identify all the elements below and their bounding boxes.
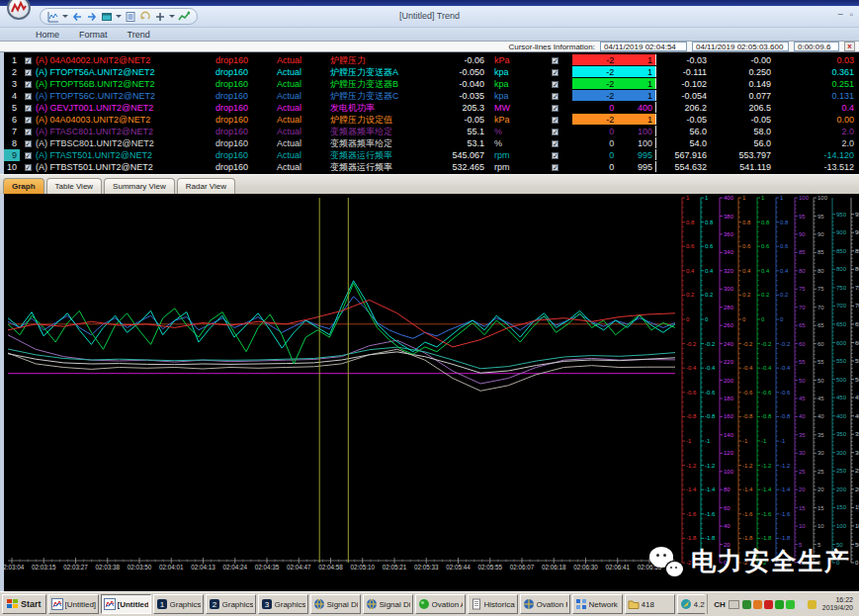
ribbon-tab-format[interactable]: Format bbox=[79, 30, 108, 40]
pen-visible-checkbox[interactable]: ✓ bbox=[20, 126, 36, 137]
minimize-button[interactable]: − bbox=[838, 9, 844, 20]
axis-tick-label: 25 bbox=[817, 469, 824, 475]
scale-range[interactable]: 0400 bbox=[572, 102, 656, 113]
axis-freq-running-b: 9509008508007507006506005505004504003503… bbox=[851, 198, 859, 566]
tab-graph[interactable]: Graph bbox=[3, 178, 44, 194]
tray-icon-volume[interactable] bbox=[753, 600, 762, 609]
pen-visible-checkbox[interactable]: ✓ bbox=[20, 66, 36, 78]
axis-tick-label: 250 bbox=[836, 468, 847, 474]
tab-summary-view[interactable]: Summary View bbox=[104, 178, 175, 194]
taskbar-button[interactable]: Ovation Alar... bbox=[415, 594, 466, 614]
taskbar-button[interactable]: 4.2负压调... bbox=[677, 594, 706, 614]
tray-icon-flag[interactable] bbox=[797, 600, 806, 609]
axis-tick-label: 240 bbox=[724, 341, 734, 347]
table-row[interactable]: 4✓(A) FTOPT56C.UNIT2@NET2drop160Actual炉膛… bbox=[4, 90, 859, 102]
scale-range[interactable]: 0100 bbox=[572, 137, 656, 148]
tray-icon-network[interactable] bbox=[775, 600, 784, 609]
taskbar-button[interactable]: Signal Diagra... bbox=[363, 594, 413, 614]
table-row[interactable]: 10✓(A) FTBST501.UNIT2@NET2drop160Actual变… bbox=[4, 161, 859, 173]
ribbon-tab-home[interactable]: Home bbox=[36, 30, 59, 40]
pen-visible-checkbox[interactable]: ✓ bbox=[20, 149, 36, 161]
scale-range[interactable]: -21 bbox=[572, 90, 656, 101]
tab-table-view[interactable]: Table View bbox=[46, 178, 103, 194]
tray-icon-status[interactable] bbox=[786, 600, 795, 609]
table-row[interactable]: 2✓(A) FTOPT56A.UNIT2@NET2drop160Actual炉膛… bbox=[4, 66, 859, 78]
taskbar-button[interactable]: Network and... bbox=[572, 594, 623, 614]
language-indicator[interactable]: CH bbox=[714, 600, 726, 609]
axis-tick-label: 150 bbox=[836, 504, 847, 510]
taskbar-button[interactable]: Ovation Poin... bbox=[520, 594, 570, 614]
restore-button[interactable]: ▫ bbox=[849, 9, 853, 20]
scale-range[interactable]: -21 bbox=[572, 66, 656, 77]
table-row[interactable]: 8✓(A) FTBSC801.UNIT2@NET2drop160Actual变频… bbox=[4, 137, 859, 149]
cursor1-value: -0.05 bbox=[656, 114, 711, 126]
window-title: [Untitled] Trend bbox=[0, 11, 859, 21]
table-row[interactable]: 9✓(A) FTAST501.UNIT2@NET2drop160Actual变频… bbox=[4, 149, 859, 161]
table-row[interactable]: 6✓(A) 04A04003.UNIT2@NET2drop160Actual炉膛… bbox=[4, 114, 859, 126]
scale-checkbox[interactable]: ✓ bbox=[538, 114, 572, 126]
pen-visible-checkbox[interactable]: ✓ bbox=[20, 102, 36, 114]
tag-name: (A) FTBST501.UNIT2@NET2 bbox=[36, 161, 204, 173]
drop-name: drop160 bbox=[204, 102, 263, 114]
scale-checkbox[interactable]: ✓ bbox=[538, 161, 572, 173]
axis-tick-label: 300 bbox=[724, 286, 734, 292]
scale-range[interactable]: 0100 bbox=[572, 126, 656, 136]
keyboard-icon[interactable] bbox=[729, 600, 739, 609]
tab-radar-view[interactable]: Radar View bbox=[177, 178, 235, 194]
units-label: kPa bbox=[490, 114, 538, 126]
series-transmitter-a bbox=[8, 281, 675, 352]
scale-checkbox[interactable]: ✓ bbox=[538, 90, 572, 102]
scale-range[interactable]: -21 bbox=[572, 54, 656, 65]
pen-visible-checkbox[interactable]: ✓ bbox=[20, 137, 36, 149]
scale-checkbox[interactable]: ✓ bbox=[538, 78, 572, 90]
pen-visible-checkbox[interactable]: ✓ bbox=[20, 78, 36, 90]
axis-tick-label: 400 bbox=[855, 413, 859, 419]
row-number: 6 bbox=[4, 114, 20, 126]
tray-icon-vpn[interactable] bbox=[742, 600, 751, 609]
trend-plot[interactable]: 02:03:0402:03:1502:03:2702:03:3802:03:50… bbox=[4, 194, 859, 591]
scale-checkbox[interactable]: ✓ bbox=[538, 137, 572, 149]
scale-checkbox[interactable]: ✓ bbox=[538, 102, 572, 114]
row-number: 8 bbox=[4, 137, 20, 149]
taskbar-button[interactable]: 2Graphics - -... bbox=[206, 594, 256, 614]
scale-range[interactable]: -21 bbox=[572, 114, 656, 125]
taskbar-button[interactable]: Historical Re... bbox=[468, 594, 518, 614]
taskbar-button[interactable]: [Untitled] Tr... bbox=[48, 594, 99, 614]
scale-checkbox[interactable]: ✓ bbox=[538, 66, 572, 78]
scale-range[interactable]: -21 bbox=[572, 78, 656, 89]
table-row[interactable]: 1✓(A) 04A04002.UNIT2@NET2drop160Actual炉膛… bbox=[4, 54, 859, 66]
taskbar-button[interactable]: 418 bbox=[625, 594, 675, 614]
pen-visible-checkbox[interactable]: ✓ bbox=[20, 114, 36, 126]
close-cursor-info-icon[interactable]: x bbox=[844, 42, 855, 51]
pen-visible-checkbox[interactable]: ✓ bbox=[20, 161, 36, 173]
scale-range[interactable]: 0995 bbox=[572, 161, 656, 172]
cursor2-value: 0.250 bbox=[711, 66, 775, 78]
axis-freq-setpoint-b: 1009590858075706560555045403530252015105… bbox=[814, 195, 828, 566]
taskbar-button[interactable]: Signal Diagra... bbox=[310, 594, 361, 614]
taskbar-button[interactable]: 3Graphics - -... bbox=[258, 594, 308, 614]
axis-tick-label: 75 bbox=[817, 286, 824, 292]
start-button[interactable]: Start bbox=[2, 594, 46, 614]
tray-icon-alert[interactable] bbox=[764, 600, 773, 609]
table-row[interactable]: 5✓(A) GEVJT001.UNIT2@NET2drop160Actual发电… bbox=[4, 102, 859, 114]
scale-checkbox[interactable]: ✓ bbox=[538, 149, 572, 161]
axis-tick-label: -1.2 bbox=[705, 463, 716, 469]
taskbar-button[interactable]: 1Graphics - -... bbox=[153, 594, 204, 614]
taskbar-button[interactable]: [Untitled] T... bbox=[101, 594, 151, 614]
scale-range[interactable]: 0995 bbox=[572, 149, 656, 160]
table-row[interactable]: 3✓(A) FTOPT56B.UNIT2@NET2drop160Actual炉膛… bbox=[4, 78, 859, 90]
table-row[interactable]: 7✓(A) FTASC801.UNIT2@NET2drop160Actual变频… bbox=[4, 126, 859, 137]
axis-tick-label: 360 bbox=[724, 231, 734, 237]
tray-icon-update[interactable] bbox=[808, 600, 816, 609]
pen-visible-checkbox[interactable]: ✓ bbox=[20, 54, 36, 66]
ribbon-tab-trend[interactable]: Trend bbox=[128, 30, 150, 40]
pen-visible-checkbox[interactable]: ✓ bbox=[20, 90, 36, 102]
cursor1-value: 567.916 bbox=[656, 149, 711, 161]
scale-checkbox[interactable]: ✓ bbox=[538, 126, 572, 137]
axis-tick-label: 900 bbox=[855, 229, 859, 235]
axis-tick-label: 200 bbox=[855, 486, 859, 492]
scale-checkbox[interactable]: ✓ bbox=[538, 54, 572, 66]
axis-tick-label: 1 bbox=[761, 195, 765, 201]
delta-value: 2.0 bbox=[775, 126, 858, 137]
trend-icon bbox=[51, 598, 63, 610]
